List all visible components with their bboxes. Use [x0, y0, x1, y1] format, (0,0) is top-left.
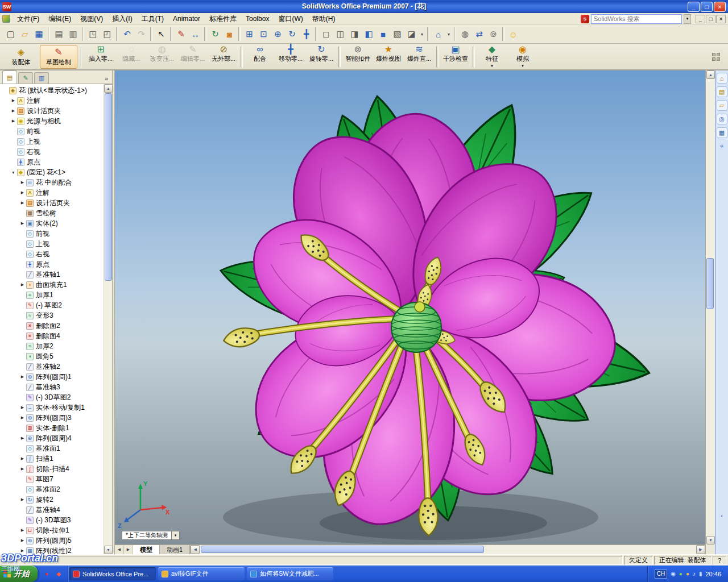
configurationmanager-tab[interactable]: ▥: [34, 72, 49, 84]
tree-item[interactable]: 右视: [0, 147, 104, 157]
rotate-component-button[interactable]: ↻ 旋转零...: [306, 45, 337, 69]
horizontal-scrollbar[interactable]: [190, 545, 705, 554]
tree-scrollbar[interactable]: [104, 84, 112, 554]
quicklaunch-player-icon[interactable]: ●: [42, 569, 51, 579]
quicklaunch-solidworks-icon[interactable]: ◆: [54, 569, 63, 579]
tree-item[interactable]: 切除-拉伸1: [0, 525, 104, 535]
tree-item[interactable]: 切除-扫描4: [0, 464, 104, 474]
tree-item[interactable]: 上视: [0, 239, 104, 249]
child-minimize-button[interactable]: _: [696, 15, 705, 23]
taskbar-task[interactable]: avi转GIF文件: [158, 567, 245, 580]
expand-arrow-icon[interactable]: [19, 190, 26, 195]
tree-item[interactable]: 原点: [0, 157, 104, 167]
menu-item[interactable]: 文件(F): [13, 13, 44, 25]
vscrollbar-thumb[interactable]: [706, 258, 714, 309]
tree-item[interactable]: 雪松树: [0, 208, 104, 218]
expand-arrow-icon[interactable]: [19, 538, 26, 543]
propertymanager-tab[interactable]: ✎: [18, 72, 33, 84]
child-restore-button[interactable]: □: [706, 15, 715, 23]
expand-arrow-icon[interactable]: [19, 548, 26, 553]
search-input[interactable]: [591, 14, 682, 24]
tree-item[interactable]: 实体-移动/复制1: [0, 402, 104, 413]
tab-scroll-right-icon[interactable]: [124, 545, 133, 554]
tree-item[interactable]: 花 中的配合: [0, 177, 104, 188]
tray-network-icon[interactable]: ▮: [699, 571, 702, 577]
edit-appearance-icon[interactable]: ◙: [222, 27, 237, 41]
panel-expand-icon[interactable]: [102, 73, 111, 84]
expand-arrow-icon[interactable]: [19, 497, 26, 502]
smart-fasteners-tool-icon[interactable]: ⊚: [486, 27, 500, 41]
menu-item[interactable]: Toolbox: [241, 14, 274, 24]
zoom-to-area-icon[interactable]: ⊡: [257, 27, 271, 41]
view-orientation-dropdown-icon[interactable]: [172, 531, 180, 540]
start-button[interactable]: 开始: [0, 566, 38, 582]
scroll-right-icon[interactable]: [696, 545, 705, 554]
featuremanager-tab[interactable]: ▤: [2, 70, 17, 84]
make-drawing-from-part-icon[interactable]: ▤: [52, 27, 66, 41]
explode-line-sketch-button[interactable]: ≋ 爆炸直...: [404, 45, 435, 69]
simulation-flyout-button[interactable]: ◉ 模拟: [507, 45, 538, 69]
tree-item[interactable]: 基准轴3: [0, 382, 104, 392]
change-suppression-button[interactable]: ◍ 改变压...: [147, 45, 177, 69]
tree-item[interactable]: 花 (默认<显示状态-1>): [0, 85, 104, 95]
make-assembly-from-part-icon[interactable]: ▥: [66, 27, 80, 41]
zoom-in-out-icon[interactable]: ⊕: [271, 27, 285, 41]
model-tab[interactable]: 动画1: [160, 545, 190, 554]
move-component-button[interactable]: ╋ 移动零...: [275, 45, 306, 69]
tray-app-icon[interactable]: ◉: [671, 571, 676, 577]
search-dropdown-icon[interactable]: ▾: [684, 14, 691, 24]
tree-item[interactable]: 圆角5: [0, 351, 104, 361]
expand-arrow-icon[interactable]: [19, 221, 26, 226]
tree-item[interactable]: (-) 3D草图3: [0, 515, 104, 525]
tree-item[interactable]: 删除面4: [0, 331, 104, 341]
design-library-icon[interactable]: ▤: [717, 86, 727, 97]
tree-item[interactable]: 前视: [0, 126, 104, 136]
open-document-icon[interactable]: ▱: [18, 27, 32, 41]
pan-icon[interactable]: ╋: [299, 27, 313, 41]
no-external-references-button[interactable]: ⊘ 无外部...: [208, 45, 239, 69]
standard-views-dropdown-icon[interactable]: ▾: [445, 27, 452, 41]
wireframe-icon[interactable]: ◻: [319, 27, 333, 41]
new-document-icon[interactable]: ▢: [3, 27, 18, 41]
tree-item[interactable]: 阵列(圆周)5: [0, 535, 104, 546]
expand-chevron-icon[interactable]: [717, 511, 727, 520]
expand-arrow-icon[interactable]: [19, 375, 26, 379]
menu-item[interactable]: Animator: [168, 14, 205, 24]
tray-safety-icon[interactable]: ●: [686, 571, 689, 577]
expand-arrow-icon[interactable]: [10, 119, 16, 123]
menu-item[interactable]: 帮助(H): [308, 13, 340, 25]
expand-arrow-icon[interactable]: [19, 467, 26, 471]
redo-icon[interactable]: ↷: [134, 27, 148, 41]
expand-arrow-icon[interactable]: [10, 109, 16, 113]
expand-arrow-icon[interactable]: [19, 415, 26, 420]
tree-item[interactable]: 扫描1: [0, 454, 104, 464]
tree-item[interactable]: 实体-删除1: [0, 423, 104, 433]
section-view-icon[interactable]: ◪: [404, 27, 419, 41]
tree-item[interactable]: 曲面填充1: [0, 280, 104, 290]
tree-item[interactable]: (-) 3D草图2: [0, 392, 104, 402]
tree-item[interactable]: 阵列(圆周)1: [0, 372, 104, 382]
graphics-area[interactable]: Y X Z *上下二等角轴测: [115, 70, 705, 544]
smart-fasteners-button[interactable]: ⊚ 智能扣件: [342, 45, 373, 69]
shaded-with-edges-icon[interactable]: ◧: [362, 27, 376, 41]
zoom-to-fit-icon[interactable]: ⊞: [242, 27, 257, 41]
hscrollbar-thumb[interactable]: [201, 546, 484, 553]
tree-item[interactable]: 实体(2): [0, 218, 104, 228]
view-settings-dropdown-icon[interactable]: ▾: [419, 27, 425, 41]
features-flyout-button[interactable]: ◆ 特征: [477, 45, 507, 69]
vertical-scrollbar[interactable]: [705, 70, 715, 544]
language-indicator[interactable]: CH: [655, 569, 667, 579]
tree-item[interactable]: 注解: [0, 188, 104, 198]
expand-arrow-icon[interactable]: [19, 405, 26, 410]
menu-item[interactable]: 视图(V): [76, 13, 107, 25]
tray-volume-icon[interactable]: ♪: [693, 571, 696, 577]
solidworks-search-icon[interactable]: ◎: [717, 114, 727, 124]
rotate-view-icon[interactable]: ↻: [285, 27, 299, 41]
smart-dimension-icon[interactable]: ↔: [188, 27, 202, 41]
expand-arrow-icon[interactable]: [19, 282, 26, 287]
tree-item[interactable]: 旋转2: [0, 494, 104, 505]
select-icon[interactable]: ↖: [154, 27, 168, 41]
collapse-chevron-icon[interactable]: [717, 141, 727, 150]
tree-item[interactable]: 阵列(圆周)4: [0, 433, 104, 443]
tree-item[interactable]: 阵列(圆周)3: [0, 413, 104, 423]
